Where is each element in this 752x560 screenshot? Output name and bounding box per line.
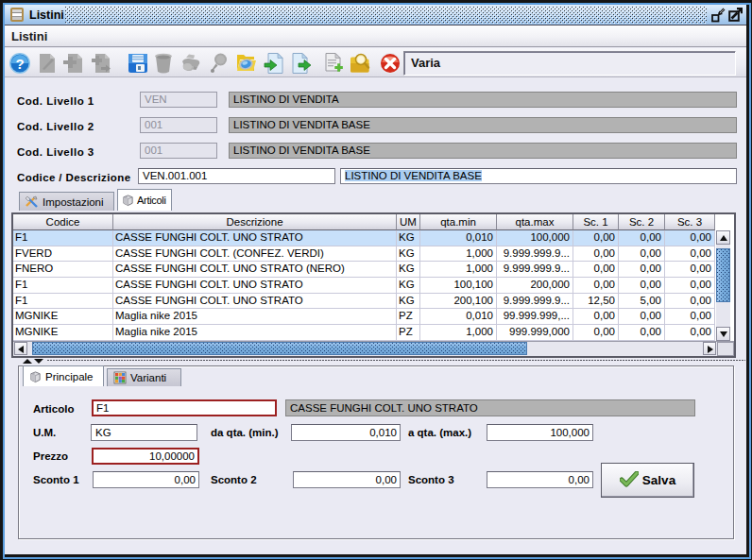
- svg-text:?: ?: [15, 56, 24, 72]
